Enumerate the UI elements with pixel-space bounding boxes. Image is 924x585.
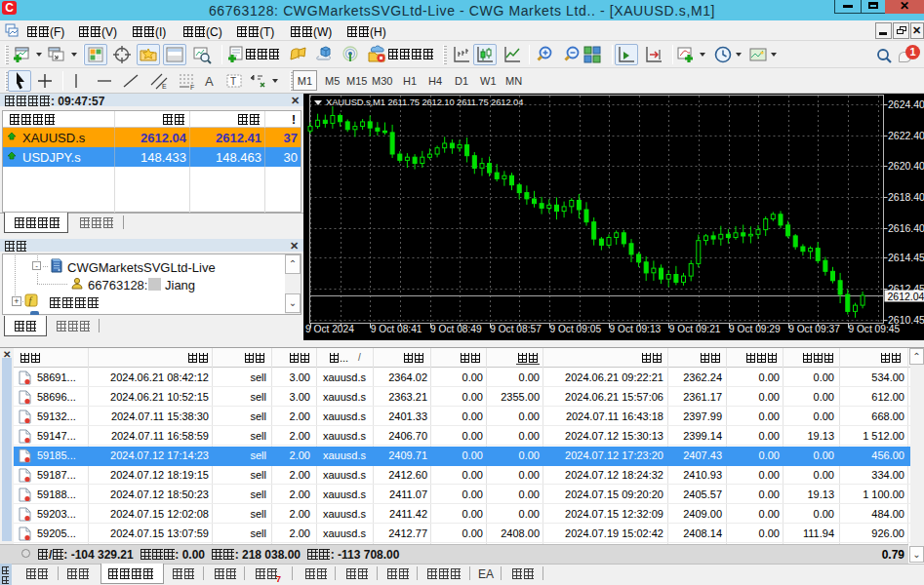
svg-text:9 Oct 09:13: 9 Oct 09:13	[610, 324, 662, 334]
svg-text:XAUUSD.s,M1 2611.75 2612.10 2: XAUUSD.s,M1 2611.75 2612.10 2611.75 2612…	[326, 97, 523, 107]
svg-text:E: E	[162, 83, 167, 90]
svg-text:9 Oct 08:57: 9 Oct 08:57	[490, 324, 542, 334]
svg-text:2614.45: 2614.45	[888, 252, 924, 263]
svg-text:9 Oct 09:37: 9 Oct 09:37	[788, 324, 840, 334]
svg-text:A: A	[205, 74, 214, 89]
svg-text:2612.04: 2612.04	[888, 291, 924, 302]
svg-text:9 Oct 09:45: 9 Oct 09:45	[848, 324, 900, 334]
svg-text:2620.40: 2620.40	[888, 160, 924, 172]
svg-text:2616.40: 2616.40	[888, 222, 924, 234]
svg-text:2624.40: 2624.40	[888, 98, 924, 110]
svg-text:9 Oct 08:41: 9 Oct 08:41	[371, 324, 422, 334]
svg-text:2622.40: 2622.40	[888, 130, 924, 141]
svg-text:T: T	[230, 76, 236, 87]
svg-text:9 Oct 09:29: 9 Oct 09:29	[729, 324, 781, 334]
svg-text:F: F	[190, 84, 194, 91]
svg-text:9 Oct 08:49: 9 Oct 08:49	[430, 324, 482, 334]
svg-text:9 Oct 09:05: 9 Oct 09:05	[549, 324, 601, 334]
svg-text:9 Oct 09:21: 9 Oct 09:21	[669, 324, 721, 334]
svg-text:9 Oct 2024: 9 Oct 2024	[305, 324, 354, 334]
svg-text:2618.40: 2618.40	[888, 191, 924, 203]
